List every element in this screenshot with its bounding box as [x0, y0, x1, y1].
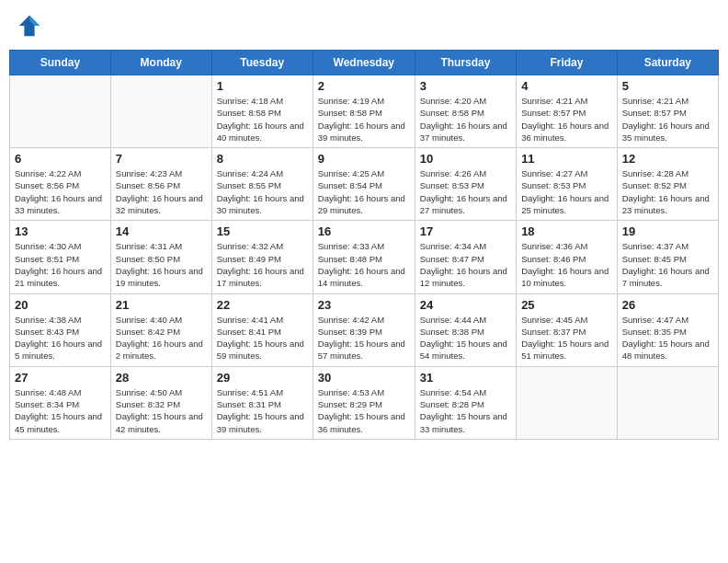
day-info: Sunrise: 4:54 AM Sunset: 8:28 PM Dayligh…: [420, 386, 511, 435]
weekday-header-row: SundayMondayTuesdayWednesdayThursdayFrid…: [10, 51, 719, 75]
day-number: 25: [521, 298, 612, 312]
day-info: Sunrise: 4:42 AM Sunset: 8:39 PM Dayligh…: [318, 314, 410, 362]
day-info: Sunrise: 4:34 AM Sunset: 8:47 PM Dayligh…: [420, 240, 511, 289]
logo-icon: [17, 13, 42, 39]
day-info: Sunrise: 4:23 AM Sunset: 8:56 PM Dayligh…: [116, 167, 207, 216]
calendar-week-row-2: 6Sunrise: 4:22 AM Sunset: 8:56 PM Daylig…: [10, 148, 719, 221]
day-info: Sunrise: 4:51 AM Sunset: 8:31 PM Dayligh…: [217, 386, 308, 435]
day-number: 19: [622, 224, 713, 238]
day-number: 7: [116, 152, 207, 166]
day-info: Sunrise: 4:18 AM Sunset: 8:58 PM Dayligh…: [217, 95, 308, 144]
calendar-cell: [110, 75, 211, 148]
calendar-cell: 4Sunrise: 4:21 AM Sunset: 8:57 PM Daylig…: [517, 75, 618, 148]
day-info: Sunrise: 4:20 AM Sunset: 8:58 PM Dayligh…: [420, 95, 511, 144]
calendar-cell: 25Sunrise: 4:45 AM Sunset: 8:37 PM Dayli…: [517, 293, 618, 366]
day-number: 18: [521, 224, 612, 238]
day-number: 21: [116, 298, 207, 312]
day-info: Sunrise: 4:19 AM Sunset: 8:58 PM Dayligh…: [318, 95, 410, 144]
calendar-table: SundayMondayTuesdayWednesdayThursdayFrid…: [9, 50, 719, 440]
weekday-header-saturday: Saturday: [617, 51, 718, 75]
calendar-cell: 26Sunrise: 4:47 AM Sunset: 8:35 PM Dayli…: [617, 293, 718, 366]
day-info: Sunrise: 4:32 AM Sunset: 8:49 PM Dayligh…: [217, 240, 308, 289]
calendar-cell: 5Sunrise: 4:21 AM Sunset: 8:57 PM Daylig…: [617, 75, 718, 148]
calendar-cell: 19Sunrise: 4:37 AM Sunset: 8:45 PM Dayli…: [617, 221, 718, 293]
calendar-cell: 21Sunrise: 4:40 AM Sunset: 8:42 PM Dayli…: [110, 293, 211, 366]
day-number: 20: [15, 298, 106, 312]
day-info: Sunrise: 4:37 AM Sunset: 8:45 PM Dayligh…: [622, 240, 713, 289]
day-number: 3: [420, 79, 511, 93]
calendar-cell: 29Sunrise: 4:51 AM Sunset: 8:31 PM Dayli…: [211, 366, 313, 439]
calendar-cell: 23Sunrise: 4:42 AM Sunset: 8:39 PM Dayli…: [313, 293, 415, 366]
calendar-cell: [517, 366, 618, 439]
day-info: Sunrise: 4:22 AM Sunset: 8:56 PM Dayligh…: [15, 167, 106, 216]
day-info: Sunrise: 4:28 AM Sunset: 8:52 PM Dayligh…: [622, 167, 713, 216]
day-info: Sunrise: 4:33 AM Sunset: 8:48 PM Dayligh…: [318, 240, 410, 289]
day-info: Sunrise: 4:41 AM Sunset: 8:41 PM Dayligh…: [217, 314, 308, 362]
day-number: 1: [217, 79, 308, 93]
day-info: Sunrise: 4:24 AM Sunset: 8:55 PM Dayligh…: [217, 167, 308, 216]
day-number: 13: [15, 224, 106, 238]
day-number: 17: [420, 224, 511, 238]
day-number: 29: [217, 371, 308, 385]
calendar-cell: [617, 366, 718, 439]
day-number: 31: [420, 371, 511, 385]
weekday-header-sunday: Sunday: [10, 51, 111, 75]
day-info: Sunrise: 4:36 AM Sunset: 8:46 PM Dayligh…: [521, 240, 612, 289]
calendar-week-row-5: 27Sunrise: 4:48 AM Sunset: 8:34 PM Dayli…: [10, 366, 719, 439]
day-number: 30: [318, 371, 410, 385]
calendar-cell: 13Sunrise: 4:30 AM Sunset: 8:51 PM Dayli…: [10, 221, 111, 293]
day-number: 4: [521, 79, 612, 93]
calendar-cell: 9Sunrise: 4:25 AM Sunset: 8:54 PM Daylig…: [313, 148, 415, 221]
day-number: 10: [420, 152, 511, 166]
calendar-cell: 30Sunrise: 4:53 AM Sunset: 8:29 PM Dayli…: [313, 366, 415, 439]
calendar-cell: 28Sunrise: 4:50 AM Sunset: 8:32 PM Dayli…: [110, 366, 211, 439]
day-info: Sunrise: 4:44 AM Sunset: 8:38 PM Dayligh…: [420, 314, 511, 362]
day-number: 23: [318, 298, 410, 312]
day-number: 15: [217, 224, 308, 238]
day-info: Sunrise: 4:50 AM Sunset: 8:32 PM Dayligh…: [116, 386, 207, 435]
calendar-cell: 18Sunrise: 4:36 AM Sunset: 8:46 PM Dayli…: [517, 221, 618, 293]
day-number: 5: [622, 79, 713, 93]
day-number: 16: [318, 224, 410, 238]
calendar-cell: 31Sunrise: 4:54 AM Sunset: 8:28 PM Dayli…: [415, 366, 516, 439]
day-number: 11: [521, 152, 612, 166]
day-info: Sunrise: 4:45 AM Sunset: 8:37 PM Dayligh…: [521, 314, 612, 362]
calendar-cell: 16Sunrise: 4:33 AM Sunset: 8:48 PM Dayli…: [313, 221, 415, 293]
calendar-cell: 11Sunrise: 4:27 AM Sunset: 8:53 PM Dayli…: [517, 148, 618, 221]
day-number: 6: [15, 152, 106, 166]
day-number: 28: [116, 371, 207, 385]
calendar-cell: 20Sunrise: 4:38 AM Sunset: 8:43 PM Dayli…: [10, 293, 111, 366]
calendar-cell: 2Sunrise: 4:19 AM Sunset: 8:58 PM Daylig…: [313, 75, 415, 148]
day-info: Sunrise: 4:26 AM Sunset: 8:53 PM Dayligh…: [420, 167, 511, 216]
day-info: Sunrise: 4:30 AM Sunset: 8:51 PM Dayligh…: [15, 240, 106, 289]
weekday-header-friday: Friday: [517, 51, 618, 75]
day-info: Sunrise: 4:53 AM Sunset: 8:29 PM Dayligh…: [318, 386, 410, 435]
weekday-header-tuesday: Tuesday: [211, 51, 313, 75]
calendar-cell: 27Sunrise: 4:48 AM Sunset: 8:34 PM Dayli…: [10, 366, 111, 439]
calendar-cell: 3Sunrise: 4:20 AM Sunset: 8:58 PM Daylig…: [415, 75, 516, 148]
day-info: Sunrise: 4:25 AM Sunset: 8:54 PM Dayligh…: [318, 167, 410, 216]
calendar-cell: 8Sunrise: 4:24 AM Sunset: 8:55 PM Daylig…: [211, 148, 313, 221]
calendar-cell: 24Sunrise: 4:44 AM Sunset: 8:38 PM Dayli…: [415, 293, 516, 366]
day-info: Sunrise: 4:48 AM Sunset: 8:34 PM Dayligh…: [15, 386, 106, 435]
day-info: Sunrise: 4:21 AM Sunset: 8:57 PM Dayligh…: [521, 95, 612, 144]
day-number: 9: [318, 152, 410, 166]
weekday-header-wednesday: Wednesday: [313, 51, 415, 75]
calendar-cell: 17Sunrise: 4:34 AM Sunset: 8:47 PM Dayli…: [415, 221, 516, 293]
calendar-cell: 14Sunrise: 4:31 AM Sunset: 8:50 PM Dayli…: [110, 221, 211, 293]
day-number: 14: [116, 224, 207, 238]
day-info: Sunrise: 4:47 AM Sunset: 8:35 PM Dayligh…: [622, 314, 713, 362]
day-number: 2: [318, 79, 410, 93]
logo: [17, 13, 46, 39]
calendar-week-row-4: 20Sunrise: 4:38 AM Sunset: 8:43 PM Dayli…: [10, 293, 719, 366]
day-info: Sunrise: 4:40 AM Sunset: 8:42 PM Dayligh…: [116, 314, 207, 362]
weekday-header-thursday: Thursday: [415, 51, 516, 75]
calendar-cell: 15Sunrise: 4:32 AM Sunset: 8:49 PM Dayli…: [211, 221, 313, 293]
calendar-cell: 12Sunrise: 4:28 AM Sunset: 8:52 PM Dayli…: [617, 148, 718, 221]
day-info: Sunrise: 4:21 AM Sunset: 8:57 PM Dayligh…: [622, 95, 713, 144]
day-info: Sunrise: 4:27 AM Sunset: 8:53 PM Dayligh…: [521, 167, 612, 216]
page-header: [9, 9, 719, 42]
calendar-cell: 7Sunrise: 4:23 AM Sunset: 8:56 PM Daylig…: [110, 148, 211, 221]
day-number: 12: [622, 152, 713, 166]
day-number: 27: [15, 371, 106, 385]
